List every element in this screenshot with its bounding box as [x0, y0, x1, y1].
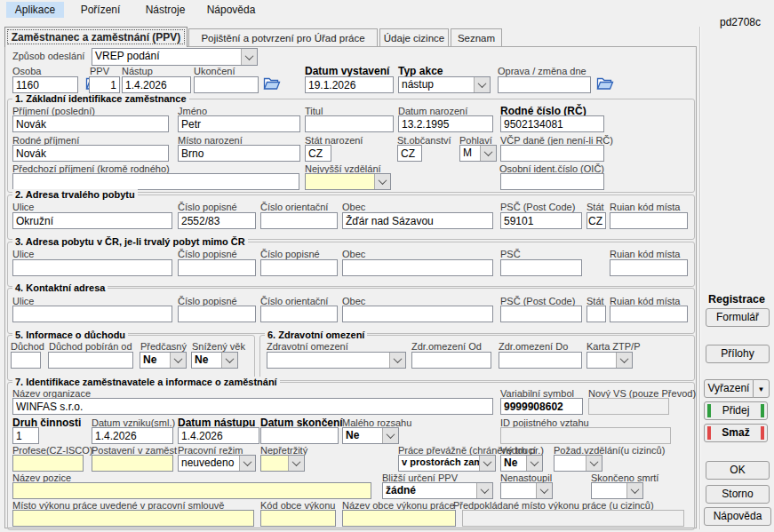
titul-field[interactable]	[305, 115, 394, 132]
misto-narozeni-field[interactable]	[178, 145, 300, 162]
s4-psc-field[interactable]	[500, 306, 582, 322]
tab-cizinec[interactable]: Údaje cizince	[379, 28, 449, 46]
datum-vzniku-field[interactable]	[92, 427, 173, 444]
s4-cislo-popisne-field[interactable]	[178, 306, 256, 322]
s4-cislo-orientacni-field[interactable]	[260, 306, 338, 322]
s2-cislo-orientacni-field[interactable]	[260, 212, 338, 229]
nazev-obce-field[interactable]	[342, 510, 456, 527]
tab-seznam[interactable]: Seznam	[451, 28, 502, 46]
s3-ruian-field[interactable]	[610, 259, 688, 276]
osoba-field[interactable]	[12, 76, 78, 93]
caret-down-icon: ▼	[758, 385, 765, 393]
s2-cislo-popisne-field[interactable]	[178, 212, 256, 229]
oic-field[interactable]	[500, 173, 604, 190]
typ-akce-combo[interactable]: nástup	[398, 76, 491, 93]
obcanstvi-field[interactable]	[397, 145, 422, 162]
datum-skonceni-field[interactable]	[260, 427, 339, 444]
nastup-field[interactable]	[122, 76, 191, 93]
datum-narozeni-field[interactable]	[398, 115, 493, 132]
vyrazeni-button[interactable]: Vyřazení	[704, 379, 754, 398]
formular-button[interactable]: Formulář	[706, 308, 770, 327]
postaveni-field[interactable]	[92, 455, 173, 472]
s2-stat-field[interactable]	[586, 212, 606, 229]
snizeny-vek-combo[interactable]: Ne	[191, 352, 238, 369]
rodne-prijmeni-field[interactable]	[12, 145, 169, 162]
s2-obec-label: Obec	[342, 202, 365, 212]
zdr-omezeni-od-field[interactable]	[411, 352, 491, 369]
nepretrzity-combo[interactable]	[260, 455, 305, 472]
maleho-rozsahu-combo[interactable]: Ne	[342, 427, 399, 444]
s3-cislo-popisne2-label: Číslo popisné	[260, 249, 320, 259]
ppv-field[interactable]	[89, 76, 120, 93]
s2-ulice-field[interactable]	[12, 212, 172, 229]
s4-obec-field[interactable]	[342, 306, 493, 322]
menu-item-napoveda[interactable]: Nápověda	[201, 2, 261, 18]
zdr-omezeni-do-field[interactable]	[499, 352, 582, 369]
ukonceni-field[interactable]	[194, 76, 259, 93]
zpusob-odeslani-label: Způsob odeslání	[12, 51, 84, 61]
pozad-vzdelani-combo[interactable]	[554, 455, 602, 472]
pridej-button[interactable]: Přidej	[704, 401, 768, 420]
s4-stat-field[interactable]	[586, 306, 606, 322]
s4-ulice-field[interactable]	[12, 306, 172, 322]
skonceno-smrti-value	[592, 483, 626, 498]
open-folder-icon-ukonceni[interactable]	[263, 76, 281, 91]
tab-zamestnanec[interactable]: Zaměstnanec a zaměstnání (PPV)	[4, 27, 188, 47]
oprava-field[interactable]	[498, 76, 591, 93]
stat-narozeni-field[interactable]	[305, 145, 331, 162]
s2-psc-field[interactable]	[500, 212, 582, 229]
vedouci-combo[interactable]: Ne	[500, 455, 543, 472]
s3-obec-field[interactable]	[342, 259, 493, 276]
prilohy-button[interactable]: Přílohy	[706, 345, 770, 363]
pracovni-rezim-combo[interactable]: neuvedeno	[178, 455, 256, 472]
section-1-title: 1. Základní identifikace zaměstnance	[12, 93, 189, 104]
kod-obce-field[interactable]	[260, 510, 336, 527]
zpusob-odeslani-combo[interactable]: VREP podání	[92, 48, 258, 66]
prace-prevazne-combo[interactable]: v prostorách zam-tele	[398, 455, 496, 472]
menu-item-nastroje[interactable]: Nástroje	[137, 2, 194, 18]
nazev-organizace-field[interactable]	[12, 398, 493, 415]
storno-button[interactable]: Storno	[706, 485, 770, 504]
druh-cinnosti-field[interactable]	[12, 427, 39, 444]
nazev-pozice-field[interactable]	[12, 482, 371, 499]
napoveda-button[interactable]: Nápověda	[704, 507, 771, 526]
predchozi-prijmeni-field[interactable]	[12, 173, 299, 190]
s2-ruian-field[interactable]	[610, 212, 688, 229]
smaz-button[interactable]: Smaž	[704, 424, 768, 442]
open-folder-icon-oprava[interactable]	[596, 76, 614, 91]
s3-ulice-field[interactable]	[12, 259, 172, 276]
menu-item-aplikace[interactable]: Aplikace	[6, 2, 64, 18]
pohlavi-combo[interactable]: M	[459, 145, 497, 162]
duchod-pobiran-field[interactable]	[48, 352, 133, 369]
vcp-field[interactable]	[500, 145, 604, 162]
duchod-field[interactable]	[11, 352, 41, 369]
zdravotni-omezeni-combo[interactable]	[267, 352, 406, 369]
jmeno-field[interactable]	[178, 115, 300, 132]
id-pojistneho-field	[500, 427, 671, 444]
misto-vykonu-field[interactable]	[12, 510, 254, 527]
skonceno-smrti-combo[interactable]	[591, 482, 643, 499]
ok-button[interactable]: OK	[706, 461, 770, 480]
karta-ztp-combo[interactable]	[586, 352, 633, 369]
profese-field[interactable]	[12, 455, 84, 472]
s3-psc-field[interactable]	[500, 259, 582, 276]
vyrazeni-dropdown-button[interactable]: ▼	[753, 379, 770, 398]
predcasny-combo[interactable]: Ne	[140, 352, 187, 369]
nenastoupil-combo[interactable]	[500, 482, 553, 499]
blizsi-urceni-combo[interactable]: žádné	[382, 482, 493, 499]
datum-nastupu-field[interactable]	[178, 427, 259, 444]
s4-ruian-field[interactable]	[610, 306, 688, 322]
rodne-cislo-field[interactable]	[500, 115, 604, 132]
chevron-down-icon	[536, 483, 552, 498]
chevron-down-icon	[479, 456, 495, 471]
s3-cislo-popisne-field[interactable]	[178, 259, 256, 276]
nejvyssi-vzdelani-combo[interactable]	[305, 173, 391, 190]
s2-obec-field[interactable]	[342, 212, 493, 229]
s3-cislo-popisne2-field[interactable]	[260, 259, 338, 276]
prijmeni-field[interactable]	[12, 115, 169, 132]
datum-vystaveni-field[interactable]	[305, 76, 394, 93]
variabilni-symbol-field[interactable]	[500, 398, 583, 415]
vedouci-value: Ne	[501, 456, 526, 471]
menu-item-porizeni[interactable]: Pořízení	[75, 2, 126, 18]
tab-pojisteni[interactable]: Pojištění a potvrzení pro Úřad práce	[188, 28, 378, 46]
